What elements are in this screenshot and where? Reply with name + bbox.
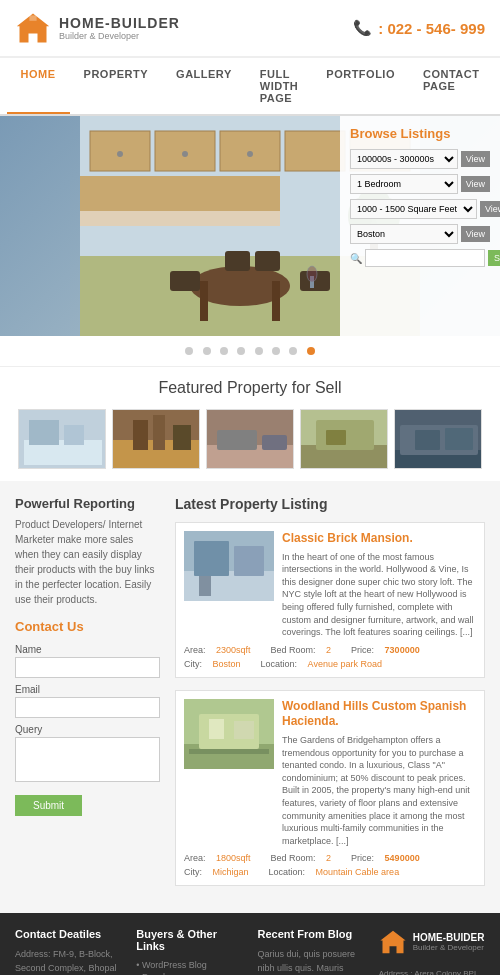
email-input[interactable] [15, 697, 160, 718]
dot-3[interactable] [220, 347, 228, 355]
nav-portfolio[interactable]: PORTFOLIO [312, 58, 409, 114]
prop-2-bed-label: Bed Room: 2 [271, 853, 340, 863]
logo-text: HOME-BUILDER Builder & Developer [59, 15, 180, 41]
property-1-inner: Classic Brick Mansion. In the heart of o… [184, 531, 476, 639]
footer-logo-inner: HOME-BUIDER Builder & Developer [379, 928, 485, 956]
size-view-btn[interactable]: View [480, 201, 500, 217]
hero-image: Browse Listings 100000s - 300000s View 1… [0, 116, 500, 336]
prop-1-location: Avenue park Road [308, 659, 382, 669]
query-textarea[interactable] [15, 737, 160, 782]
dot-7[interactable] [289, 347, 297, 355]
svg-rect-25 [80, 176, 280, 211]
search-button[interactable]: Search [488, 250, 500, 266]
svg-rect-60 [189, 749, 269, 754]
svg-rect-52 [194, 541, 229, 576]
property-2-image [184, 699, 274, 769]
listing-title: Latest Property Listing [175, 496, 485, 512]
prop-img-svg-1 [184, 531, 274, 601]
svg-rect-44 [326, 430, 346, 445]
nav-property[interactable]: PROPERTY [70, 58, 163, 114]
phone-icon: 📞 [353, 19, 372, 37]
price-select[interactable]: 100000s - 300000s [350, 149, 458, 169]
prop-2-price-label: Price: 5490000 [351, 853, 428, 863]
dot-4[interactable] [237, 347, 245, 355]
footer-link-wp[interactable]: WordPress Blog [136, 960, 242, 970]
phone-number: : 022 - 546- 999 [378, 20, 485, 37]
svg-rect-14 [200, 281, 208, 321]
slider-dots [0, 336, 500, 366]
bedroom-view-btn[interactable]: View [461, 176, 490, 192]
dot-5[interactable] [255, 347, 263, 355]
prop-1-bed-label: Bed Room: 2 [271, 645, 340, 655]
city-view-btn[interactable]: View [461, 226, 490, 242]
nav-home[interactable]: HOME [7, 58, 70, 114]
svg-point-11 [247, 151, 253, 157]
footer-logo-tagline: Builder & Developer [413, 943, 485, 952]
thumb-img-3 [207, 410, 294, 469]
size-select[interactable]: 1000 - 1500 Square Feet [350, 199, 477, 219]
svg-rect-31 [64, 425, 84, 445]
header: HOME-BUILDER Builder & Developer 📞 : 022… [0, 0, 500, 57]
featured-thumb-5[interactable] [394, 409, 482, 469]
hero-section: Browse Listings 100000s - 300000s View 1… [0, 116, 500, 366]
svg-rect-18 [225, 251, 250, 271]
footer-contact-title: Contact Deatiles [15, 928, 121, 940]
phone-display: 📞 : 022 - 546- 999 [353, 19, 485, 37]
name-input[interactable] [15, 657, 160, 678]
city-select[interactable]: Boston [350, 224, 458, 244]
featured-thumb-3[interactable] [206, 409, 294, 469]
svg-rect-58 [209, 719, 224, 739]
svg-point-27 [307, 266, 317, 282]
left-column: Powerful Reporting Product Developers/ I… [15, 496, 175, 898]
query-group: Query [15, 724, 160, 785]
bedroom-select[interactable]: 1 Bedroom [350, 174, 458, 194]
dot-8[interactable] [307, 347, 315, 355]
svg-rect-35 [153, 415, 165, 450]
prop-2-city-label: City: Michigan [184, 867, 257, 877]
hero-inner: Browse Listings 100000s - 300000s View 1… [0, 116, 500, 336]
prop-1-price: 7300000 [385, 645, 420, 655]
dot-2[interactable] [203, 347, 211, 355]
footer-col4-address: Address : Arera Colony BPL [379, 968, 479, 975]
svg-marker-61 [380, 931, 405, 953]
svg-rect-7 [285, 131, 345, 171]
footer-logo-icon [379, 928, 407, 956]
svg-rect-40 [262, 435, 287, 450]
property-item-1: Classic Brick Mansion. In the heart of o… [175, 522, 485, 678]
featured-section: Featured Property for Sell [0, 366, 500, 481]
right-column: Latest Property Listing Classic Brick Ma… [175, 496, 485, 898]
svg-rect-48 [415, 430, 440, 450]
nav-fullwidth[interactable]: FULL WIDTH PAGE [246, 58, 313, 114]
thumb-img-5 [395, 410, 482, 469]
property-1-title: Classic Brick Mansion. [282, 531, 476, 547]
name-group: Name [15, 644, 160, 678]
svg-rect-36 [173, 425, 191, 450]
prop-2-bed: 2 [326, 853, 331, 863]
browse-row-city: Boston View [350, 224, 490, 244]
dot-1[interactable] [185, 347, 193, 355]
browse-row-size: 1000 - 1500 Square Feet View [350, 199, 490, 219]
featured-thumbnails [15, 409, 485, 469]
dot-6[interactable] [272, 347, 280, 355]
footer-col-logo: HOME-BUIDER Builder & Developer Address … [379, 928, 485, 975]
property-item-2: Woodland Hills Custom Spanish Hacienda. … [175, 690, 485, 887]
footer-col-blog: Recent From Blog Qarius dui, quis posuer… [258, 928, 364, 975]
footer: Contact Deatiles Address: FM-9, B-Block,… [0, 913, 500, 975]
featured-thumb-4[interactable] [300, 409, 388, 469]
price-view-btn[interactable]: View [461, 151, 490, 167]
footer-col-contact: Contact Deatiles Address: FM-9, B-Block,… [15, 928, 121, 975]
email-label: Email [15, 684, 160, 695]
featured-thumb-1[interactable] [18, 409, 106, 469]
nav-gallery[interactable]: GALLERY [162, 58, 246, 114]
footer-blog-text: Qarius dui, quis posuere nibh ullis quis… [258, 948, 364, 975]
browse-panel: Browse Listings 100000s - 300000s View 1… [340, 116, 500, 336]
property-1-desc: In the heart of one of the most famous i… [282, 551, 476, 639]
prop-2-location: Mountain Cable area [316, 867, 400, 877]
browse-search-row: 🔍 Search [350, 249, 490, 267]
svg-point-10 [182, 151, 188, 157]
search-input[interactable] [365, 249, 485, 267]
submit-button[interactable]: Submit [15, 795, 82, 816]
featured-thumb-2[interactable] [112, 409, 200, 469]
nav-contact[interactable]: CONTACT PAGE [409, 58, 493, 114]
thumb-img-2 [113, 410, 200, 469]
